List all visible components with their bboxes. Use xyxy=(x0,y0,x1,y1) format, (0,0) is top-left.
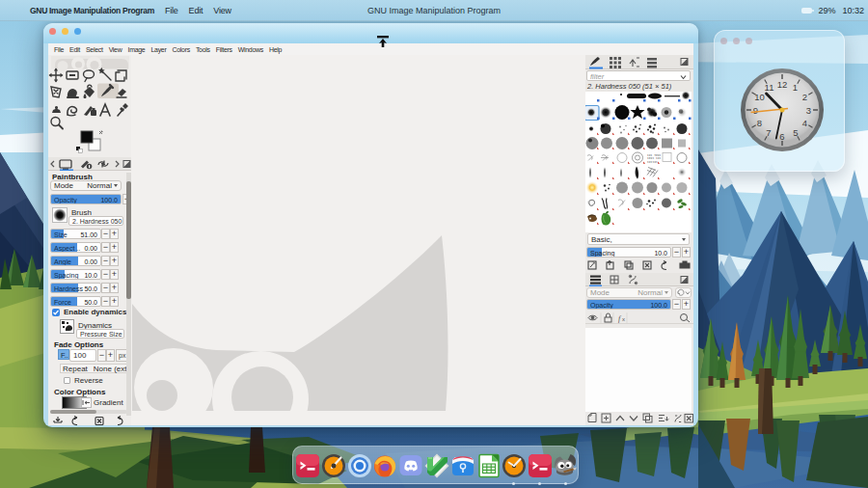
svg-text:7: 7 xyxy=(766,127,771,138)
svg-text:10: 10 xyxy=(754,92,765,102)
svg-text:8: 8 xyxy=(757,118,762,128)
svg-text:x: x xyxy=(622,316,625,322)
svg-text:3: 3 xyxy=(806,105,811,116)
svg-text:9: 9 xyxy=(753,105,758,116)
svg-text:1: 1 xyxy=(793,82,798,93)
svg-text:6: 6 xyxy=(779,131,784,142)
svg-text:12: 12 xyxy=(777,79,788,90)
svg-text:4: 4 xyxy=(802,118,807,128)
svg-text:11: 11 xyxy=(765,82,774,93)
svg-text:2: 2 xyxy=(802,92,807,102)
svg-text:txttxt: txttxt xyxy=(647,161,658,164)
svg-text:5: 5 xyxy=(793,127,798,138)
